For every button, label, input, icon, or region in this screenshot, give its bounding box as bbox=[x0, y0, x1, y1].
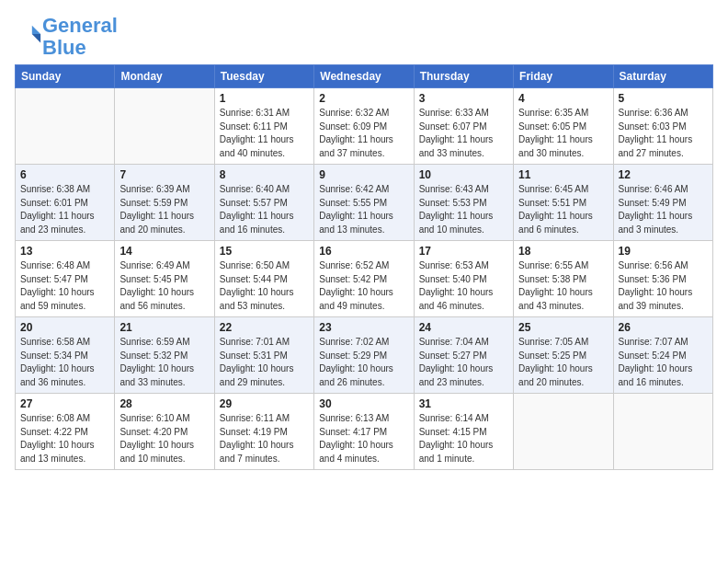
calendar-cell: 13Sunrise: 6:48 AM Sunset: 5:47 PM Dayli… bbox=[16, 241, 115, 317]
weekday-header-row: SundayMondayTuesdayWednesdayThursdayFrid… bbox=[16, 65, 713, 88]
day-info: Sunrise: 6:42 AM Sunset: 5:55 PM Dayligh… bbox=[319, 183, 408, 236]
calendar-week-row: 1Sunrise: 6:31 AM Sunset: 6:11 PM Daylig… bbox=[16, 88, 713, 165]
calendar-cell: 2Sunrise: 6:32 AM Sunset: 6:09 PM Daylig… bbox=[314, 88, 414, 165]
day-number: 9 bbox=[319, 168, 408, 181]
day-info: Sunrise: 6:40 AM Sunset: 5:57 PM Dayligh… bbox=[220, 183, 309, 236]
calendar-cell: 1Sunrise: 6:31 AM Sunset: 6:11 PM Daylig… bbox=[214, 88, 313, 165]
calendar-cell: 26Sunrise: 7:07 AM Sunset: 5:24 PM Dayli… bbox=[613, 317, 712, 394]
calendar-cell: 4Sunrise: 6:35 AM Sunset: 6:05 PM Daylig… bbox=[514, 88, 613, 165]
day-info: Sunrise: 6:52 AM Sunset: 5:42 PM Dayligh… bbox=[319, 259, 408, 313]
day-info: Sunrise: 6:32 AM Sunset: 6:09 PM Dayligh… bbox=[319, 107, 408, 160]
weekday-header-tuesday: Tuesday bbox=[214, 65, 313, 88]
day-number: 29 bbox=[220, 397, 309, 410]
day-info: Sunrise: 6:56 AM Sunset: 5:36 PM Dayligh… bbox=[619, 259, 708, 313]
calendar-table: SundayMondayTuesdayWednesdayThursdayFrid… bbox=[15, 64, 713, 470]
calendar-cell: 31Sunrise: 6:14 AM Sunset: 4:15 PM Dayli… bbox=[414, 394, 513, 470]
calendar-week-row: 20Sunrise: 6:58 AM Sunset: 5:34 PM Dayli… bbox=[16, 317, 713, 394]
calendar-week-row: 27Sunrise: 6:08 AM Sunset: 4:22 PM Dayli… bbox=[16, 394, 713, 470]
day-number: 11 bbox=[518, 168, 608, 181]
svg-marker-1 bbox=[32, 34, 40, 42]
logo: General Blue bbox=[15, 15, 118, 59]
day-info: Sunrise: 6:59 AM Sunset: 5:32 PM Dayligh… bbox=[119, 336, 209, 389]
day-info: Sunrise: 6:10 AM Sunset: 4:20 PM Dayligh… bbox=[119, 412, 209, 465]
day-info: Sunrise: 6:49 AM Sunset: 5:45 PM Dayligh… bbox=[119, 259, 209, 313]
day-number: 15 bbox=[220, 245, 309, 258]
day-info: Sunrise: 7:07 AM Sunset: 5:24 PM Dayligh… bbox=[619, 336, 708, 389]
day-info: Sunrise: 6:13 AM Sunset: 4:17 PM Dayligh… bbox=[319, 412, 408, 465]
calendar-cell: 12Sunrise: 6:46 AM Sunset: 5:49 PM Dayli… bbox=[613, 165, 712, 241]
calendar-cell: 24Sunrise: 7:04 AM Sunset: 5:27 PM Dayli… bbox=[414, 317, 513, 394]
day-number: 17 bbox=[419, 245, 508, 258]
day-info: Sunrise: 6:45 AM Sunset: 5:51 PM Dayligh… bbox=[518, 183, 608, 236]
page-header: General Blue bbox=[15, 15, 713, 59]
weekday-header-thursday: Thursday bbox=[414, 65, 513, 88]
calendar-cell: 15Sunrise: 6:50 AM Sunset: 5:44 PM Dayli… bbox=[214, 241, 313, 317]
day-info: Sunrise: 6:14 AM Sunset: 4:15 PM Dayligh… bbox=[419, 412, 508, 465]
day-info: Sunrise: 7:02 AM Sunset: 5:29 PM Dayligh… bbox=[319, 336, 408, 389]
day-info: Sunrise: 6:58 AM Sunset: 5:34 PM Dayligh… bbox=[20, 336, 109, 389]
day-number: 20 bbox=[20, 321, 109, 334]
day-number: 1 bbox=[220, 92, 309, 105]
day-info: Sunrise: 6:39 AM Sunset: 5:59 PM Dayligh… bbox=[119, 183, 209, 236]
calendar-cell: 6Sunrise: 6:38 AM Sunset: 6:01 PM Daylig… bbox=[16, 165, 115, 241]
logo-text-line1: General bbox=[42, 15, 118, 37]
day-info: Sunrise: 6:38 AM Sunset: 6:01 PM Dayligh… bbox=[20, 183, 109, 236]
day-info: Sunrise: 6:43 AM Sunset: 5:53 PM Dayligh… bbox=[419, 183, 508, 236]
calendar-cell: 20Sunrise: 6:58 AM Sunset: 5:34 PM Dayli… bbox=[16, 317, 115, 394]
calendar-cell: 29Sunrise: 6:11 AM Sunset: 4:19 PM Dayli… bbox=[214, 394, 313, 470]
day-info: Sunrise: 6:48 AM Sunset: 5:47 PM Dayligh… bbox=[20, 259, 109, 313]
day-info: Sunrise: 6:46 AM Sunset: 5:49 PM Dayligh… bbox=[619, 183, 708, 236]
day-number: 18 bbox=[518, 245, 608, 258]
day-number: 30 bbox=[319, 397, 408, 410]
day-info: Sunrise: 7:05 AM Sunset: 5:25 PM Dayligh… bbox=[518, 336, 608, 389]
day-info: Sunrise: 6:55 AM Sunset: 5:38 PM Dayligh… bbox=[518, 259, 608, 313]
weekday-header-monday: Monday bbox=[115, 65, 214, 88]
day-number: 31 bbox=[419, 397, 508, 410]
weekday-header-sunday: Sunday bbox=[16, 65, 115, 88]
svg-marker-0 bbox=[32, 26, 40, 34]
calendar-week-row: 6Sunrise: 6:38 AM Sunset: 6:01 PM Daylig… bbox=[16, 165, 713, 241]
calendar-week-row: 13Sunrise: 6:48 AM Sunset: 5:47 PM Dayli… bbox=[16, 241, 713, 317]
calendar-cell: 17Sunrise: 6:53 AM Sunset: 5:40 PM Dayli… bbox=[414, 241, 513, 317]
calendar-cell: 9Sunrise: 6:42 AM Sunset: 5:55 PM Daylig… bbox=[314, 165, 414, 241]
calendar-header: SundayMondayTuesdayWednesdayThursdayFrid… bbox=[16, 65, 713, 88]
calendar-cell: 14Sunrise: 6:49 AM Sunset: 5:45 PM Dayli… bbox=[115, 241, 214, 317]
calendar-cell: 5Sunrise: 6:36 AM Sunset: 6:03 PM Daylig… bbox=[613, 88, 712, 165]
weekday-header-wednesday: Wednesday bbox=[314, 65, 414, 88]
calendar-cell: 23Sunrise: 7:02 AM Sunset: 5:29 PM Dayli… bbox=[314, 317, 414, 394]
calendar-cell bbox=[613, 394, 712, 470]
day-number: 27 bbox=[20, 397, 109, 410]
day-number: 12 bbox=[619, 168, 708, 181]
calendar-cell: 21Sunrise: 6:59 AM Sunset: 5:32 PM Dayli… bbox=[115, 317, 214, 394]
day-number: 4 bbox=[518, 92, 608, 105]
day-number: 28 bbox=[119, 397, 209, 410]
day-number: 5 bbox=[619, 92, 708, 105]
calendar-cell: 10Sunrise: 6:43 AM Sunset: 5:53 PM Dayli… bbox=[414, 165, 513, 241]
day-number: 8 bbox=[220, 168, 309, 181]
day-number: 13 bbox=[20, 245, 109, 258]
calendar-cell: 22Sunrise: 7:01 AM Sunset: 5:31 PM Dayli… bbox=[214, 317, 313, 394]
day-number: 22 bbox=[220, 321, 309, 334]
day-number: 23 bbox=[319, 321, 408, 334]
day-number: 10 bbox=[419, 168, 508, 181]
logo-icon bbox=[17, 22, 42, 48]
calendar-cell bbox=[16, 88, 115, 165]
day-info: Sunrise: 6:53 AM Sunset: 5:40 PM Dayligh… bbox=[419, 259, 508, 313]
calendar-cell: 27Sunrise: 6:08 AM Sunset: 4:22 PM Dayli… bbox=[16, 394, 115, 470]
day-info: Sunrise: 6:35 AM Sunset: 6:05 PM Dayligh… bbox=[518, 107, 608, 160]
day-number: 19 bbox=[619, 245, 708, 258]
logo-text-line2: Blue bbox=[42, 37, 118, 59]
day-number: 26 bbox=[619, 321, 708, 334]
calendar-cell: 11Sunrise: 6:45 AM Sunset: 5:51 PM Dayli… bbox=[514, 165, 613, 241]
day-number: 2 bbox=[319, 92, 408, 105]
day-info: Sunrise: 6:08 AM Sunset: 4:22 PM Dayligh… bbox=[20, 412, 109, 465]
day-number: 3 bbox=[419, 92, 508, 105]
calendar-cell bbox=[514, 394, 613, 470]
day-info: Sunrise: 6:31 AM Sunset: 6:11 PM Dayligh… bbox=[220, 107, 309, 160]
day-number: 7 bbox=[119, 168, 209, 181]
day-info: Sunrise: 6:33 AM Sunset: 6:07 PM Dayligh… bbox=[419, 107, 508, 160]
calendar-cell: 30Sunrise: 6:13 AM Sunset: 4:17 PM Dayli… bbox=[314, 394, 414, 470]
calendar-cell: 3Sunrise: 6:33 AM Sunset: 6:07 PM Daylig… bbox=[414, 88, 513, 165]
day-info: Sunrise: 6:36 AM Sunset: 6:03 PM Dayligh… bbox=[619, 107, 708, 160]
weekday-header-friday: Friday bbox=[514, 65, 613, 88]
